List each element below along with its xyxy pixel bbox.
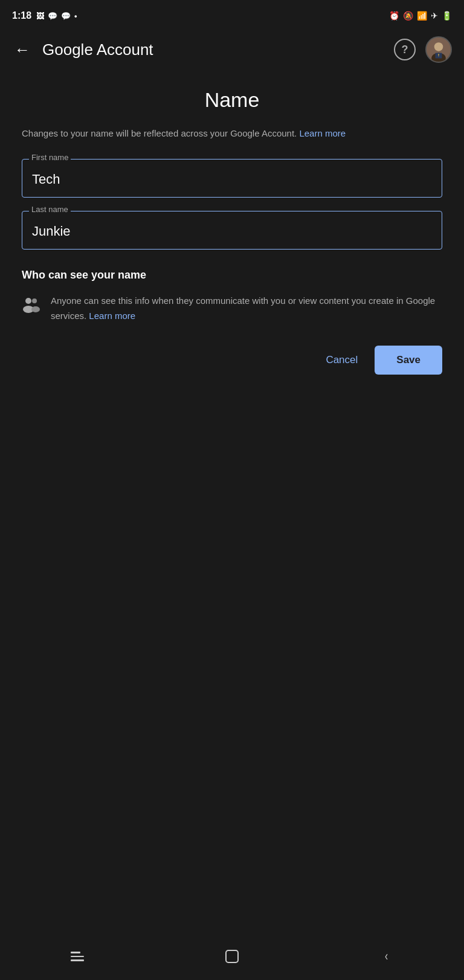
bottom-nav: ‹	[0, 938, 464, 980]
notification-icons: 🖼 💬 💬 •	[36, 11, 77, 21]
messenger-icon: 💬	[48, 11, 57, 21]
description-learn-more[interactable]: Learn more	[299, 128, 346, 138]
description-body: Changes to your name will be reflected a…	[22, 128, 297, 138]
cancel-button[interactable]: Cancel	[314, 347, 370, 373]
google-wordmark: Google	[42, 40, 93, 59]
svg-point-1	[434, 42, 443, 51]
action-buttons: Cancel Save	[22, 346, 442, 375]
last-name-input[interactable]	[22, 211, 442, 250]
wifi-icon: 📶	[417, 11, 427, 21]
save-button[interactable]: Save	[375, 346, 442, 375]
alarm-icon: ⏰	[389, 11, 399, 21]
description-text: Changes to your name will be reflected a…	[22, 126, 442, 141]
recents-icon	[71, 952, 84, 961]
back-nav-icon: ‹	[385, 949, 388, 964]
home-button[interactable]	[155, 950, 309, 963]
status-time: 1:18 🖼 💬 💬 •	[12, 10, 77, 21]
main-content: Name Changes to your name will be reflec…	[0, 70, 464, 399]
visibility-info: Anyone can see this info when they commu…	[22, 294, 442, 324]
home-icon	[225, 950, 239, 963]
photo-icon: 🖼	[36, 11, 44, 21]
top-nav: ← Google Account ?	[0, 29, 464, 70]
visibility-text: Anyone can see this info when they commu…	[51, 294, 442, 324]
first-name-label: First name	[29, 153, 71, 162]
visibility-learn-more[interactable]: Learn more	[89, 311, 135, 321]
nav-left: ← Google Account	[12, 39, 153, 60]
system-icons: ⏰ 🔕 📶 ✈ 🔋	[389, 11, 452, 21]
svg-point-7	[32, 298, 37, 303]
recents-button[interactable]	[0, 952, 155, 961]
nav-right: ?	[394, 36, 452, 63]
status-bar: 1:18 🖼 💬 💬 • ⏰ 🔕 📶 ✈ 🔋	[0, 0, 464, 29]
page-title: Google Account	[42, 40, 153, 59]
people-icon	[22, 295, 41, 318]
airplane-icon: ✈	[431, 11, 438, 21]
last-name-label: Last name	[29, 205, 71, 214]
battery-icon: 🔋	[442, 11, 452, 21]
back-nav-button[interactable]: ‹	[309, 949, 464, 964]
first-name-group: First name	[22, 159, 442, 198]
dot-indicator: •	[74, 11, 77, 21]
first-name-input[interactable]	[22, 159, 442, 198]
svg-point-8	[31, 306, 40, 312]
last-name-group: Last name	[22, 211, 442, 250]
name-heading: Name	[22, 88, 442, 112]
avatar[interactable]	[425, 36, 452, 63]
messenger2-icon: 💬	[61, 11, 71, 21]
help-button[interactable]: ?	[394, 39, 416, 60]
time-display: 1:18	[12, 10, 31, 21]
visibility-heading: Who can see your name	[22, 269, 442, 282]
account-label: Account	[93, 40, 153, 59]
svg-point-5	[25, 298, 31, 304]
mute-icon: 🔕	[403, 11, 413, 21]
back-button[interactable]: ←	[12, 39, 33, 60]
